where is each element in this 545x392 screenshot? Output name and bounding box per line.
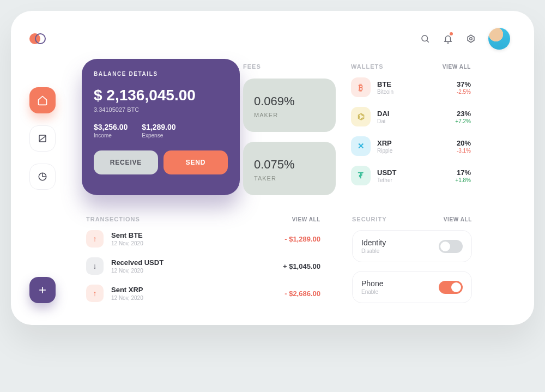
taker-fee-label: TAKER xyxy=(254,175,325,182)
security-item-title: Identity xyxy=(361,238,386,247)
arrow-up-icon: ↑ xyxy=(86,285,104,302)
wallet-stats: 23%+7.2% xyxy=(455,110,471,124)
wallet-item[interactable]: ₿BTEBitcoin37%-2.5% xyxy=(351,77,471,97)
avatar[interactable] xyxy=(488,28,510,50)
logo-icon xyxy=(29,33,45,44)
transaction-item[interactable]: ↑Sent XRP12 Nov, 2020- $2,686.00 xyxy=(86,285,320,302)
wallet-change: -2.5% xyxy=(457,89,471,95)
svg-marker-2 xyxy=(468,35,474,43)
transaction-date: 12 Nov, 2020 xyxy=(111,295,277,301)
wallet-icon: ₿ xyxy=(351,77,371,97)
transaction-title: Sent BTE xyxy=(111,231,277,239)
svg-line-1 xyxy=(427,40,428,42)
wallet-info: XRPRipple xyxy=(377,139,450,154)
wallet-name: Dai xyxy=(377,118,449,124)
transaction-info: Received USDT12 Nov, 2020 xyxy=(111,258,275,274)
transaction-title: Sent XRP xyxy=(111,286,277,294)
taker-fee-value: 0.075% xyxy=(254,158,325,172)
lower-grid: TRANSECTIONS VIEW ALL ↑Sent BTE12 Nov, 2… xyxy=(86,216,510,303)
taker-fee-card: 0.075% TAKER xyxy=(243,142,336,195)
security-info: PhoneEnable xyxy=(361,279,383,295)
wallet-pct: 37% xyxy=(457,80,471,88)
wallets-view-all[interactable]: VIEW ALL xyxy=(443,64,471,70)
wallet-info: BTEBitcoin xyxy=(377,80,450,95)
expense-value: $1,289.00 xyxy=(142,123,175,131)
balance-amount: $ 2,136,045.00 xyxy=(94,87,228,104)
arrow-up-icon: ↑ xyxy=(86,230,104,248)
wallet-symbol: DAI xyxy=(377,110,449,118)
balance-card: BALANCE DETAILS $ 2,136,045.00 3.3410502… xyxy=(82,59,240,195)
security-item-state: Enable xyxy=(361,289,383,295)
transaction-item[interactable]: ↑Sent BTE12 Nov, 2020- $1,289.00 xyxy=(86,230,320,248)
wallet-pct: 20% xyxy=(457,139,471,147)
transaction-amount: - $2,686.00 xyxy=(284,290,320,298)
wallet-pct: 17% xyxy=(455,168,471,177)
balance-actions: RECEIVE SEND xyxy=(94,150,228,174)
add-button[interactable] xyxy=(29,277,56,303)
security-title: SECURITY xyxy=(352,216,387,222)
maker-fee-value: 0.069% xyxy=(254,94,325,108)
top-actions xyxy=(420,28,510,50)
wallet-item[interactable]: ⌬DAIDai23%+7.2% xyxy=(351,107,471,126)
wallet-info: DAIDai xyxy=(377,110,449,124)
notification-dot-icon xyxy=(450,32,453,35)
wallet-stats: 17%+1.8% xyxy=(455,168,471,183)
wallet-icon: ₮ xyxy=(351,166,371,185)
wallet-change: +1.8% xyxy=(455,177,471,183)
balance-label: BALANCE DETAILS xyxy=(94,71,228,77)
balance-breakdown: $3,256.00 Income $1,289.00 Expense xyxy=(94,123,228,138)
security-section: SECURITY VIEW ALL IdentityDisablePhoneEn… xyxy=(352,216,472,303)
app-window: BALANCE DETAILS $ 2,136,045.00 3.3410502… xyxy=(11,11,534,325)
fees-section: FEES 0.069% MAKER 0.075% TAKER xyxy=(243,63,336,195)
transaction-info: Sent BTE12 Nov, 2020 xyxy=(111,231,277,246)
transactions-section: TRANSECTIONS VIEW ALL ↑Sent BTE12 Nov, 2… xyxy=(86,216,320,303)
wallets-section: WALLETS VIEW ALL ₿BTEBitcoin37%-2.5%⌬DAI… xyxy=(351,63,471,195)
wallet-item[interactable]: ₮USDTTether17%+1.8% xyxy=(351,166,471,185)
transaction-list: ↑Sent BTE12 Nov, 2020- $1,289.00↓Receive… xyxy=(86,230,320,302)
security-item: PhoneEnable xyxy=(352,271,472,303)
wallet-name: Tether xyxy=(377,177,449,183)
security-item-title: Phone xyxy=(361,279,383,288)
balance-sub: 3.34105027 BTC xyxy=(94,106,228,113)
wallet-name: Ripple xyxy=(377,148,450,154)
toggle-switch[interactable] xyxy=(439,281,463,294)
security-item-state: Disable xyxy=(361,248,386,254)
security-list: IdentityDisablePhoneEnable xyxy=(352,230,472,303)
income-value: $3,256.00 xyxy=(94,123,128,131)
wallets-title: WALLETS xyxy=(351,63,384,70)
transaction-date: 12 Nov, 2020 xyxy=(111,268,275,274)
wallet-stats: 37%-2.5% xyxy=(457,80,471,95)
transaction-date: 12 Nov, 2020 xyxy=(111,240,277,246)
notifications-icon[interactable] xyxy=(443,33,453,44)
security-item: IdentityDisable xyxy=(352,230,472,262)
wallet-pct: 23% xyxy=(455,110,471,118)
search-icon[interactable] xyxy=(420,33,431,44)
wallet-name: Bitcoin xyxy=(377,89,450,95)
settings-icon[interactable] xyxy=(465,33,476,44)
wallet-symbol: XRP xyxy=(377,139,450,147)
sidebar-item-stats[interactable] xyxy=(29,164,56,190)
wallet-item[interactable]: ✕XRPRipple20%-3.1% xyxy=(351,136,471,156)
expense-label: Expense xyxy=(142,132,175,138)
transaction-title: Received USDT xyxy=(111,258,275,267)
sidebar-item-transfer[interactable] xyxy=(29,125,56,152)
toggle-switch[interactable] xyxy=(439,240,463,253)
transactions-view-all[interactable]: VIEW ALL xyxy=(292,216,320,222)
sidebar xyxy=(29,87,56,190)
income-label: Income xyxy=(94,132,128,138)
logo xyxy=(29,33,45,44)
transaction-amount: + $1,045.00 xyxy=(283,262,320,270)
wallet-change: +7.2% xyxy=(455,118,471,124)
transaction-item[interactable]: ↓Received USDT12 Nov, 2020+ $1,045.00 xyxy=(86,257,320,275)
wallet-info: USDTTether xyxy=(377,168,449,183)
wallet-symbol: USDT xyxy=(377,168,449,177)
svg-point-3 xyxy=(470,38,473,40)
receive-button[interactable]: RECEIVE xyxy=(94,150,158,174)
sidebar-item-home[interactable] xyxy=(29,87,56,113)
fees-title: FEES xyxy=(243,63,336,70)
arrow-down-icon: ↓ xyxy=(86,257,104,275)
security-view-all[interactable]: VIEW ALL xyxy=(444,216,472,222)
svg-line-5 xyxy=(39,136,46,141)
send-button[interactable]: SEND xyxy=(164,150,228,174)
svg-point-0 xyxy=(422,35,428,41)
